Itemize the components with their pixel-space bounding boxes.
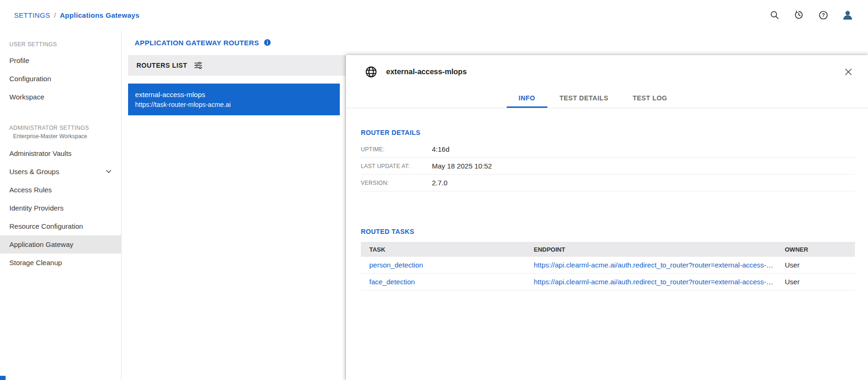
main-content: APPLICATION GATEWAY ROUTERS ROUTERS LIST: [122, 30, 868, 380]
detail-value: 4:16d: [432, 145, 450, 153]
tab-test-details[interactable]: TEST DETAILS: [547, 89, 621, 108]
chevron-down-icon: [106, 169, 112, 174]
topbar: SETTINGS / Applications Gateways: [0, 0, 868, 30]
owner-cell: User: [785, 278, 855, 286]
sidebar-item-label: Profile: [9, 56, 29, 64]
sidebar-item-workspace[interactable]: Workspace: [0, 88, 121, 106]
column-header-endpoint: ENDPOINT: [534, 246, 785, 253]
close-icon[interactable]: [842, 65, 855, 78]
column-header-owner: OWNER: [785, 246, 855, 253]
sidebar-item-resource-configuration[interactable]: Resource Configuration: [0, 217, 121, 235]
owner-cell: User: [785, 261, 855, 269]
detail-title: external-access-mlops: [386, 68, 467, 76]
detail-tabs: INFO TEST DETAILS TEST LOG: [346, 89, 868, 108]
sidebar-item-administrator-vaults[interactable]: Administrator Vaults: [0, 144, 121, 162]
routers-list-title: ROUTERS LIST: [136, 62, 187, 69]
topbar-icons: ?: [768, 8, 854, 21]
filter-icon[interactable]: [194, 62, 202, 69]
tab-test-log[interactable]: TEST LOG: [620, 89, 679, 108]
breadcrumb: SETTINGS / Applications Gateways: [14, 11, 139, 19]
user-settings-section-label: USER SETTINGS: [0, 36, 121, 51]
svg-text:?: ?: [822, 12, 825, 18]
detail-row-last-update: LAST UPDATE AT: May 18 2025 10:52: [361, 158, 855, 175]
admin-settings-section-label: ADMINISTRATOR SETTINGS: [0, 120, 121, 132]
panels-row: ROUTERS LIST external-access-mlops https…: [122, 55, 868, 380]
sidebar-item-storage-cleanup[interactable]: Storage Cleanup: [0, 253, 121, 272]
table-row: face_detection https://api.clearml-acme.…: [361, 274, 855, 290]
detail-body: ROUTER DETAILS UPTIME: 4:16d LAST UPDATE…: [346, 108, 868, 380]
detail-header: external-access-mlops: [346, 55, 868, 89]
sidebar-item-label: Resource Configuration: [9, 222, 83, 230]
sidebar-item-label: Users & Groups: [9, 168, 59, 176]
table-header-row: TASK ENDPOINT OWNER: [361, 242, 855, 257]
detail-row-uptime: UPTIME: 4:16d: [361, 141, 855, 158]
endpoint-link[interactable]: https://api.clearml-acme.ai/auth.redirec…: [534, 261, 785, 269]
breadcrumb-separator: /: [54, 11, 56, 19]
sidebar-item-label: Configuration: [9, 75, 51, 83]
breadcrumb-current-page: Applications Gateways: [60, 11, 140, 19]
routed-tasks-table: TASK ENDPOINT OWNER person_detection htt…: [361, 242, 855, 290]
page-title: APPLICATION GATEWAY ROUTERS: [135, 39, 259, 47]
sidebar-item-access-rules[interactable]: Access Rules: [0, 181, 121, 199]
router-detail-panel: external-access-mlops INFO TEST DETAILS …: [346, 55, 868, 380]
sidebar-item-application-gateway[interactable]: Application Gateway: [0, 235, 121, 253]
sidebar-item-users-groups[interactable]: Users & Groups: [0, 162, 121, 181]
sidebar-item-label: Identity Providers: [9, 204, 64, 212]
routers-list-panel: ROUTERS LIST external-access-mlops https…: [128, 55, 346, 380]
sidebar-item-label: Storage Cleanup: [9, 259, 62, 267]
admin-workspace-label: Enterprise-Master Workspace: [0, 132, 121, 144]
router-name: external-access-mlops: [135, 90, 333, 100]
search-icon[interactable]: [768, 8, 781, 21]
corner-accent: [0, 376, 6, 380]
sidebar-item-identity-providers[interactable]: Identity Providers: [0, 199, 121, 217]
routers-list-header: ROUTERS LIST: [128, 55, 345, 76]
column-header-task: TASK: [361, 246, 534, 253]
sidebar-item-label: Application Gateway: [9, 240, 73, 248]
tab-info[interactable]: INFO: [507, 89, 547, 108]
detail-label: LAST UPDATE AT:: [361, 163, 432, 169]
body-row: USER SETTINGS Profile Configuration Work…: [0, 30, 868, 380]
help-icon[interactable]: ?: [817, 8, 830, 21]
settings-sidebar: USER SETTINGS Profile Configuration Work…: [0, 30, 122, 380]
info-icon[interactable]: [264, 39, 271, 46]
detail-row-version: VERSION: 2.7.0: [361, 175, 855, 191]
sidebar-item-configuration[interactable]: Configuration: [0, 70, 121, 88]
sidebar-item-profile[interactable]: Profile: [0, 51, 121, 70]
router-url: https://task-router-mlops-acme.ai: [135, 100, 333, 109]
sidebar-item-label: Workspace: [9, 93, 44, 101]
task-link[interactable]: face_detection: [369, 278, 415, 286]
history-icon[interactable]: [792, 8, 805, 21]
detail-label: VERSION:: [361, 180, 432, 186]
table-row: person_detection https://api.clearml-acm…: [361, 257, 855, 274]
detail-value: 2.7.0: [432, 179, 447, 187]
breadcrumb-settings-link[interactable]: SETTINGS: [14, 11, 50, 19]
endpoint-link[interactable]: https://api.clearml-acme.ai/auth.redirec…: [534, 278, 785, 286]
globe-icon: [365, 65, 378, 78]
page-title-bar: APPLICATION GATEWAY ROUTERS: [122, 30, 868, 55]
sidebar-item-label: Access Rules: [9, 186, 52, 194]
detail-value: May 18 2025 10:52: [432, 162, 492, 170]
router-details-section-title: ROUTER DETAILS: [361, 129, 855, 136]
sidebar-item-label: Administrator Vaults: [9, 149, 72, 157]
router-list-item[interactable]: external-access-mlops https://task-route…: [128, 84, 340, 115]
detail-label: UPTIME:: [361, 146, 432, 153]
app-root: SETTINGS / Applications Gateways: [0, 0, 868, 380]
avatar[interactable]: [841, 8, 854, 21]
task-link[interactable]: person_detection: [369, 261, 423, 269]
routed-tasks-section-title: ROUTED TASKS: [361, 228, 855, 235]
